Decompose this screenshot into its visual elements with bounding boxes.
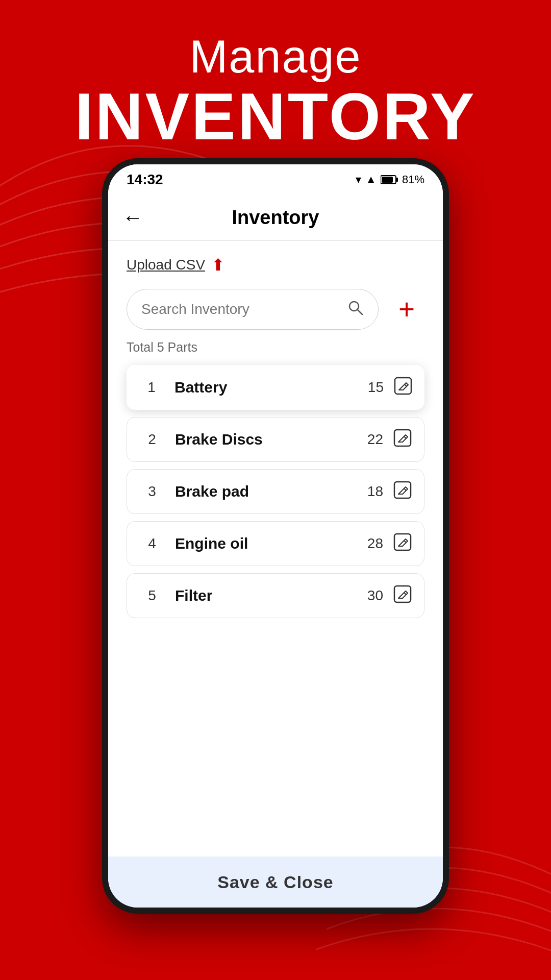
phone-frame: 14:32 ▾ ▲ 81% ← Inventory — [102, 158, 449, 914]
status-bar: 14:32 ▾ ▲ 81% — [108, 164, 443, 195]
content-area: Upload CSV ⬆ + Total 5 Parts — [108, 241, 443, 856]
upload-row: Upload CSV ⬆ — [127, 255, 424, 275]
signal-icon: ▲ — [365, 173, 377, 186]
search-icon-button[interactable] — [347, 300, 364, 320]
svg-rect-1 — [396, 178, 398, 182]
item-name: Brake Discs — [165, 431, 367, 448]
upload-icon[interactable]: ⬆ — [211, 255, 225, 275]
item-count: 15 — [368, 379, 384, 396]
svg-line-4 — [358, 310, 362, 314]
inventory-item: 1 Battery 15 — [127, 365, 424, 410]
inventory-item: 4 Engine oil 28 — [127, 521, 424, 566]
item-number: 3 — [139, 483, 165, 500]
inventory-item: 5 Filter 30 — [127, 573, 424, 618]
item-name: Filter — [165, 587, 367, 604]
inventory-item: 2 Brake Discs 22 — [127, 417, 424, 462]
save-close-button[interactable]: Save & Close — [108, 856, 443, 908]
battery-icon — [381, 175, 398, 185]
back-button[interactable]: ← — [122, 206, 143, 229]
edit-item-button[interactable] — [394, 377, 412, 399]
edit-icon — [393, 585, 412, 603]
app-header: ← Inventory — [108, 195, 443, 241]
status-time: 14:32 — [127, 172, 163, 188]
edit-icon — [393, 481, 412, 499]
edit-icon — [393, 533, 412, 551]
search-box — [127, 289, 379, 330]
battery-text: 81% — [402, 173, 424, 186]
inventory-label: INVENTORY — [0, 83, 551, 150]
edit-item-button[interactable] — [393, 533, 412, 555]
item-name: Engine oil — [165, 535, 367, 552]
phone-screen: 14:32 ▾ ▲ 81% ← Inventory — [108, 164, 443, 908]
manage-label: Manage — [0, 31, 551, 83]
item-number: 4 — [139, 535, 165, 552]
item-name: Battery — [164, 379, 368, 396]
search-icon — [347, 300, 364, 316]
edit-item-button[interactable] — [393, 481, 412, 503]
item-number: 2 — [139, 431, 165, 448]
edit-item-button[interactable] — [393, 585, 412, 607]
edit-icon — [394, 377, 412, 395]
edit-item-button[interactable] — [393, 429, 412, 451]
inventory-item: 3 Brake pad 18 — [127, 469, 424, 514]
item-count: 30 — [367, 587, 383, 604]
upload-csv-link[interactable]: Upload CSV — [127, 257, 205, 273]
edit-icon — [393, 429, 412, 447]
svg-rect-2 — [382, 177, 393, 183]
inventory-list: 1 Battery 15 2 Brake Discs 22 — [127, 365, 424, 842]
item-count: 22 — [367, 431, 383, 448]
status-icons: ▾ ▲ 81% — [356, 173, 424, 186]
item-count: 28 — [367, 535, 383, 552]
item-name: Brake pad — [165, 483, 367, 500]
search-row: + — [127, 289, 424, 330]
page-header: Manage INVENTORY — [0, 31, 551, 150]
search-input[interactable] — [141, 301, 347, 317]
item-number: 1 — [139, 379, 164, 396]
wifi-icon: ▾ — [356, 173, 361, 186]
total-parts-label: Total 5 Parts — [127, 340, 424, 355]
item-count: 18 — [367, 483, 383, 500]
item-number: 5 — [139, 587, 165, 604]
add-item-button[interactable]: + — [389, 291, 424, 327]
app-title: Inventory — [232, 207, 319, 229]
